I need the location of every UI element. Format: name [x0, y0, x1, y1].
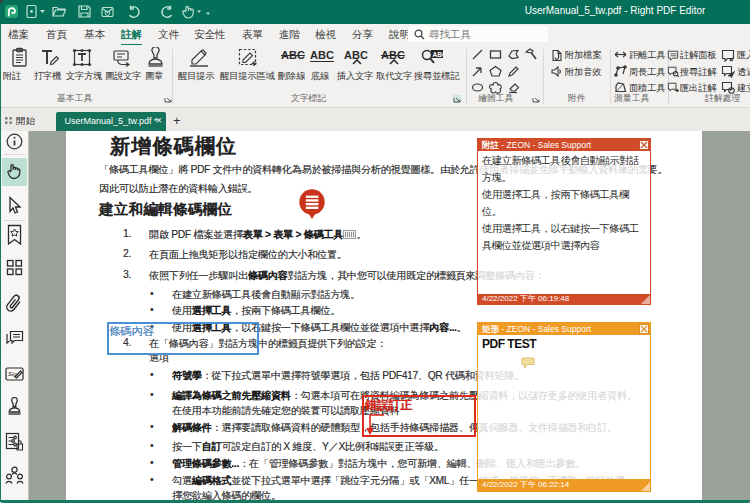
svg-text:ABC: ABC [433, 51, 445, 58]
